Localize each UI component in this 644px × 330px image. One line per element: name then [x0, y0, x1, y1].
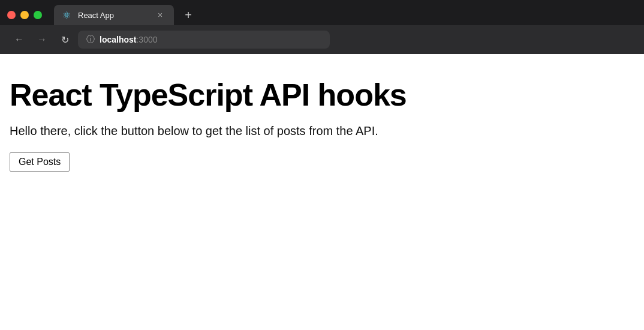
new-tab-button[interactable]: + [179, 5, 198, 25]
active-tab[interactable]: ⚛ React App × [54, 5, 174, 25]
browser-chrome: ⚛ React App × + ← → ↻ ⓘ localhost:3000 [0, 0, 644, 54]
minimize-button[interactable] [20, 11, 29, 19]
window-controls [7, 11, 42, 19]
page-description: Hello there, click the button below to g… [10, 124, 634, 138]
close-button[interactable] [7, 11, 16, 19]
reload-button[interactable]: ↻ [55, 30, 74, 49]
address-bar[interactable]: ⓘ localhost:3000 [78, 31, 330, 49]
back-button[interactable]: ← [10, 30, 29, 49]
get-posts-button[interactable]: Get Posts [10, 152, 70, 172]
info-icon: ⓘ [86, 34, 95, 45]
tab-bar: ⚛ React App × + [0, 0, 644, 25]
page-heading: React TypeScript API hooks [10, 78, 634, 112]
tab-title: React App [78, 11, 150, 20]
react-icon: ⚛ [62, 10, 73, 20]
nav-bar: ← → ↻ ⓘ localhost:3000 [0, 25, 644, 54]
address-text: localhost:3000 [100, 35, 158, 44]
page-content: React TypeScript API hooks Hello there, … [0, 54, 644, 324]
forward-button[interactable]: → [32, 30, 52, 49]
maximize-button[interactable] [34, 11, 42, 19]
tab-close-button[interactable]: × [155, 10, 165, 20]
